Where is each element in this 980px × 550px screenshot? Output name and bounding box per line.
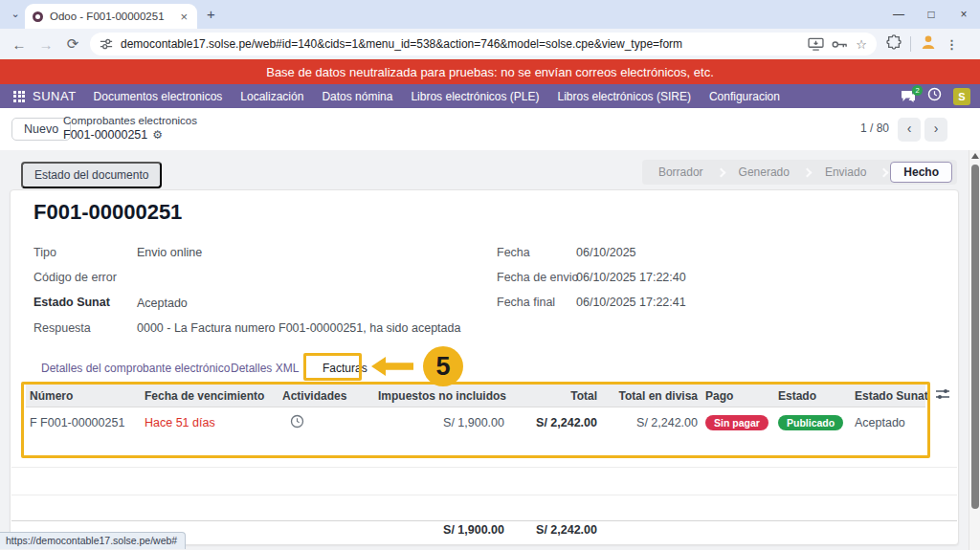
invoice-row[interactable]: F F001-00000251 Hace 51 días S/ 1,900.00… xyxy=(26,407,925,438)
pager-next-button[interactable]: › xyxy=(924,118,947,142)
cell-impuestos: S/ 1,900.00 xyxy=(374,416,508,429)
cell-total-divisa: S/ 2,242.00 xyxy=(601,416,702,429)
status-steps: Borrador Generado Enviado Hecho xyxy=(642,160,957,185)
extensions-puzzle-icon[interactable] xyxy=(886,34,902,54)
window-minimize-button[interactable]: — xyxy=(882,0,915,29)
window-close-button[interactable]: × xyxy=(947,0,980,29)
page-scrollbar[interactable] xyxy=(969,150,980,550)
field-label-fecha-final: Fecha final xyxy=(497,296,555,309)
cell-estado-sunat: Aceptado xyxy=(851,416,925,429)
back-icon[interactable]: ← xyxy=(6,36,33,53)
app-brand[interactable]: SUNAT xyxy=(33,89,77,103)
forward-icon[interactable]: → xyxy=(33,36,59,53)
row-divider xyxy=(11,467,957,468)
browser-toolbar: ← → ⟳ democontable17.solse.pe/web#id=140… xyxy=(0,29,980,59)
col-total-divisa[interactable]: Total en divisa xyxy=(601,389,702,403)
col-total[interactable]: Total xyxy=(508,389,601,403)
field-label-codigo-error: Código de error xyxy=(33,271,117,284)
step-borrador[interactable]: Borrador xyxy=(646,162,716,183)
payment-status-badge: Sin pagar xyxy=(705,415,768,430)
tab-detalles-comprobante[interactable]: Detalles del comprobante electrónico xyxy=(41,362,230,375)
tab-detalles-xml[interactable]: Detalles XML xyxy=(231,362,299,375)
screen: ⌄ Odoo - F001-00000251 × + — □ × ← → ⟳ d… xyxy=(0,0,980,550)
field-label-estado-sunat: Estado Sunat xyxy=(33,296,110,309)
col-vencimiento[interactable]: Fecha de vencimiento xyxy=(141,389,278,403)
document-title: F001-00000251 xyxy=(33,200,182,225)
col-estado-sunat[interactable]: Estado Sunat xyxy=(851,389,925,403)
breadcrumb: Comprobantes electronicos F001-00000251 … xyxy=(63,114,197,143)
messages-count-badge: 2 xyxy=(912,85,923,96)
site-settings-icon[interactable] xyxy=(100,37,113,51)
estado-documento-button[interactable]: Estado del documento xyxy=(21,162,162,188)
invoice-table-header: Número Fecha de vencimiento Actividades … xyxy=(26,385,925,407)
url-text[interactable]: democontable17.solse.pe/web#id=140&cids=… xyxy=(121,37,800,51)
menu-localizacion[interactable]: Localización xyxy=(240,90,303,103)
field-value-tipo[interactable]: Envio online xyxy=(137,246,202,259)
toolbar-separator xyxy=(910,36,911,52)
step-enviado[interactable]: Enviado xyxy=(813,162,879,183)
cell-vencimiento: Hace 51 días xyxy=(141,416,278,429)
notebook-tabs: Detalles del comprobante electrónico Det… xyxy=(11,357,958,384)
bookmark-star-icon[interactable]: ☆ xyxy=(856,37,867,52)
tab-search-icon[interactable]: ⌄ xyxy=(8,7,23,22)
apps-grid-icon[interactable] xyxy=(13,91,25,102)
col-actividades[interactable]: Actividades xyxy=(278,389,374,403)
menu-libros-ple[interactable]: Libros electrónicos (PLE) xyxy=(411,90,539,103)
field-value-fecha-envio[interactable]: 06/10/2025 17:22:40 xyxy=(576,271,686,284)
browser-menu-icon[interactable]: ⋮ xyxy=(946,37,958,52)
breadcrumb-current: F001-00000251 xyxy=(63,128,147,143)
tab-close-icon[interactable]: × xyxy=(178,10,189,24)
field-value-respuesta[interactable]: 0000 - La Factura numero F001-00000251, … xyxy=(137,321,460,335)
messages-icon[interactable]: 2 xyxy=(901,90,916,103)
breadcrumb-parent[interactable]: Comprobantes electronicos xyxy=(63,114,197,128)
install-app-icon[interactable] xyxy=(808,37,824,51)
totals-divider xyxy=(11,520,957,521)
cell-numero[interactable]: F F001-00000251 xyxy=(26,416,141,429)
profile-avatar-icon[interactable] xyxy=(920,33,937,55)
banner-text: Base de datos neutralizada para pruebas:… xyxy=(266,65,714,79)
chevron-right-icon xyxy=(802,167,812,177)
field-value-fecha-final[interactable]: 06/10/2025 17:22:41 xyxy=(576,296,686,309)
cell-actividades xyxy=(278,414,374,431)
scrollbar-thumb[interactable] xyxy=(971,165,979,509)
field-label-tipo: Tipo xyxy=(33,246,56,259)
window-maximize-button[interactable]: □ xyxy=(915,0,947,29)
url-bar[interactable]: democontable17.solse.pe/web#id=140&cids=… xyxy=(90,33,877,55)
field-label-respuesta: Respuesta xyxy=(33,321,91,335)
user-avatar[interactable]: S xyxy=(953,88,970,105)
test-database-banner: Base de datos neutralizada para pruebas:… xyxy=(0,59,980,84)
menu-configuracion[interactable]: Configuracion xyxy=(709,90,780,103)
activities-clock-icon[interactable] xyxy=(927,87,942,105)
actions-gear-icon[interactable]: ⚙ xyxy=(152,128,163,143)
pager-prev-button[interactable]: ‹ xyxy=(898,118,921,142)
scrollbar-up-icon[interactable] xyxy=(971,153,979,159)
menu-documentos-electronicos[interactable]: Documentos electronicos xyxy=(94,90,223,103)
link-preview-statusbar: https://democontable17.solse.pe/web# xyxy=(0,532,186,549)
optional-columns-icon[interactable] xyxy=(935,387,950,405)
col-impuestos[interactable]: Impuestos no incluidos xyxy=(374,389,508,403)
step-hecho[interactable]: Hecho xyxy=(890,162,952,183)
menu-libros-sire[interactable]: Libros electrónicos (SIRE) xyxy=(558,90,691,103)
col-numero[interactable]: Número xyxy=(26,389,141,403)
field-label-fecha-envio: Fecha de envio xyxy=(497,271,578,284)
total-impuestos: S/ 1,900.00 xyxy=(374,523,508,537)
field-value-estado-sunat[interactable]: Aceptado xyxy=(137,297,188,310)
password-key-icon[interactable] xyxy=(832,39,848,50)
step-generado[interactable]: Generado xyxy=(726,162,802,183)
reload-icon[interactable]: ⟳ xyxy=(59,35,86,53)
field-value-fecha[interactable]: 06/10/2025 xyxy=(576,246,636,259)
new-tab-button[interactable]: + xyxy=(207,6,215,22)
tab-facturas[interactable]: Facturas xyxy=(323,362,368,375)
chevron-right-icon xyxy=(880,167,889,177)
posted-status-badge: Publicado xyxy=(778,415,843,430)
activity-clock-icon[interactable] xyxy=(290,414,304,431)
menu-datos-nomina[interactable]: Datos nómina xyxy=(322,90,392,103)
chevron-right-icon xyxy=(716,167,725,177)
col-pago[interactable]: Pago xyxy=(702,389,774,403)
col-estado[interactable]: Estado xyxy=(774,389,851,403)
control-panel: Nuevo Comprobantes electronicos F001-000… xyxy=(0,108,980,150)
browser-tab[interactable]: Odoo - F001-00000251 × xyxy=(25,4,197,29)
form-sheet: F001-00000251 Tipo Envio online Código d… xyxy=(10,189,959,545)
odoo-favicon-icon xyxy=(33,11,43,22)
new-button[interactable]: Nuevo xyxy=(11,118,71,141)
